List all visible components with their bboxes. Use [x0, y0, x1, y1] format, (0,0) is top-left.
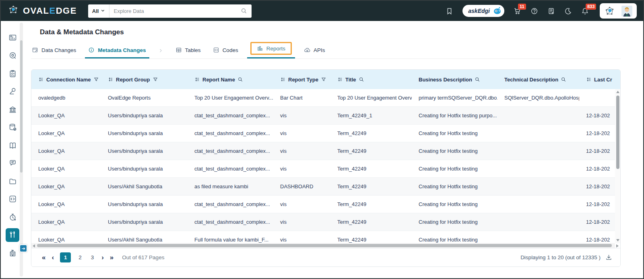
user-avatar[interactable]	[621, 6, 632, 17]
scroll-left-arrow-icon[interactable]	[33, 244, 35, 248]
horizontal-scrollbar-thumb[interactable]	[37, 244, 612, 247]
tab-metadata-changes[interactable]: Metadata Changes	[88, 45, 146, 58]
sort-icon[interactable]	[586, 77, 592, 82]
ovaledge-gear-icon[interactable]	[604, 6, 615, 17]
tab-label: Metadata Changes	[98, 47, 146, 53]
table-cell: Users/Akhil Sangubotla	[101, 178, 188, 195]
tab-label: Codes	[223, 47, 238, 53]
scroll-right-arrow-icon[interactable]	[616, 244, 619, 248]
sidebar-expand-button[interactable]: ➔	[19, 244, 27, 252]
sidebar-item-tools[interactable]	[6, 228, 19, 242]
table-cell: 12-18-202	[579, 178, 620, 195]
release-notes-icon[interactable]	[547, 7, 555, 15]
sort-icon[interactable]	[38, 77, 44, 82]
table-row[interactable]: Looker_QAUsers/Akhil Sangubotlaas filed …	[31, 178, 620, 196]
checklist-icon	[8, 69, 17, 78]
scroll-down-arrow-icon[interactable]	[616, 239, 619, 242]
sidebar-item-checklist[interactable]	[6, 67, 19, 80]
column-header-report-group[interactable]: Report Group	[101, 77, 188, 83]
next-page-button[interactable]: ›	[101, 254, 104, 261]
table-row[interactable]: Looker_QAUsers/bindupriya saralactat_tes…	[31, 142, 620, 160]
filter-funnel-icon[interactable]	[153, 77, 158, 82]
table-cell: Looker_QA	[31, 125, 101, 142]
table-cell: Looker_QA	[31, 160, 101, 177]
download-icon[interactable]	[605, 254, 612, 261]
page-number-2[interactable]: 2	[77, 253, 83, 262]
sidebar-item-organization[interactable]	[6, 246, 19, 260]
table-cell: Top 20 User Engagement Overvi...	[330, 89, 412, 106]
column-search-icon[interactable]	[475, 77, 480, 82]
askedgi-button[interactable]: askEdgi	[462, 5, 504, 17]
filter-funnel-icon[interactable]	[321, 77, 326, 82]
last-page-button[interactable]: »	[110, 254, 114, 261]
first-page-button[interactable]: «	[42, 254, 45, 261]
sort-icon[interactable]	[194, 77, 200, 82]
sidebar-item-data-catalog[interactable]	[6, 121, 19, 134]
discovery-icon	[8, 51, 17, 60]
vertical-scrollbar-thumb[interactable]	[616, 96, 619, 169]
page-number-3[interactable]: 3	[89, 253, 96, 262]
tab-label: APIs	[314, 47, 325, 53]
search-icon[interactable]	[241, 8, 252, 14]
sidebar-scrollbar-thumb[interactable]	[20, 40, 23, 173]
column-search-icon[interactable]	[237, 77, 243, 82]
page-number-1[interactable]: 1	[60, 252, 71, 262]
tab-codes[interactable]: Codes	[213, 45, 238, 58]
column-header-connection-name[interactable]: Connection Name	[31, 77, 101, 83]
tab-tables[interactable]: Tables	[175, 45, 201, 58]
column-label: Last Cr	[594, 77, 612, 83]
table-row[interactable]: Looker_QAUsers/bindupriya saralactat_tes…	[31, 125, 620, 142]
sort-icon[interactable]	[108, 77, 114, 82]
sidebar-item-analytics[interactable]	[6, 31, 19, 44]
sidebar-item-query[interactable]	[6, 192, 19, 206]
previous-page-button[interactable]: ‹	[52, 254, 54, 261]
sidebar-item-governance[interactable]	[6, 102, 19, 116]
table-cell: Term_42249_1	[330, 107, 412, 124]
sidebar-item-collaboration[interactable]	[6, 156, 19, 170]
table-cell: Term_42249	[330, 160, 412, 177]
pagination-bar: « ‹ 123 › » Out of 617 Pages Displaying …	[31, 248, 620, 267]
ovaledge-logo[interactable]: OVALEDGE	[7, 4, 77, 18]
table-row[interactable]: Looker_QAUsers/bindupriya saralactat_tes…	[31, 196, 620, 213]
column-header-report-type[interactable]: Report Type	[273, 77, 330, 83]
help-icon[interactable]	[530, 7, 538, 15]
horizontal-scrollbar[interactable]	[31, 243, 615, 248]
sort-icon[interactable]	[280, 77, 286, 82]
notifications-bell-icon[interactable]: 833	[581, 7, 589, 15]
sidebar-item-glossary[interactable]	[6, 138, 19, 152]
table-cell: Users/bindupriya sarala	[101, 125, 188, 142]
vertical-scrollbar[interactable]	[615, 89, 620, 243]
column-header-last-cr[interactable]: Last Cr	[579, 77, 620, 83]
table-row[interactable]: Looker_QAUsers/Akhil SangubotlaFull form…	[31, 231, 620, 244]
column-label: Report Name	[202, 77, 235, 83]
bookmark-icon[interactable]	[446, 7, 453, 15]
code-icon	[213, 47, 219, 53]
sort-icon[interactable]	[337, 77, 343, 82]
column-header-report-name[interactable]: Report Name	[188, 77, 273, 83]
column-header-technical-description[interactable]: Technical Description	[497, 77, 579, 83]
table-row[interactable]: Looker_QAUsers/bindupriya saralactat_tes…	[31, 107, 620, 125]
sidebar-item-projects[interactable]	[6, 174, 19, 188]
table-row[interactable]: Looker_QAUsers/bindupriya saralactat_tes…	[31, 213, 620, 231]
sidebar-item-discovery[interactable]	[6, 49, 19, 62]
column-header-title[interactable]: Title	[330, 77, 412, 83]
table-cell: Creating for Hotfix testing	[412, 125, 497, 142]
sidebar-item-data-quality[interactable]	[6, 85, 19, 98]
tab-reports[interactable]: Reports	[250, 42, 292, 58]
sidebar-item-scheduler[interactable]	[6, 210, 19, 224]
tab-apis[interactable]: APIs	[304, 45, 325, 58]
sidebar-scrollbar-track	[20, 23, 23, 277]
search-scope-dropdown[interactable]: All	[88, 4, 110, 18]
column-search-icon[interactable]	[561, 77, 566, 82]
table-row[interactable]: Looker_QAUsers/bindupriya saralactat_tes…	[31, 160, 620, 178]
search-input[interactable]	[109, 8, 240, 14]
scroll-up-arrow-icon[interactable]	[616, 91, 619, 93]
filter-funnel-icon[interactable]	[93, 77, 99, 82]
table-row[interactable]: ovaledgedbOvalEdge ReportsTop 20 User En…	[31, 89, 620, 107]
dark-mode-icon[interactable]	[564, 7, 572, 15]
scheduler-icon	[8, 213, 17, 221]
cart-icon[interactable]: 11	[514, 7, 521, 15]
column-search-icon[interactable]	[359, 77, 364, 82]
tab-data-changes[interactable]: Data Changes	[32, 45, 76, 58]
column-header-business-description[interactable]: Business Description	[412, 77, 497, 83]
